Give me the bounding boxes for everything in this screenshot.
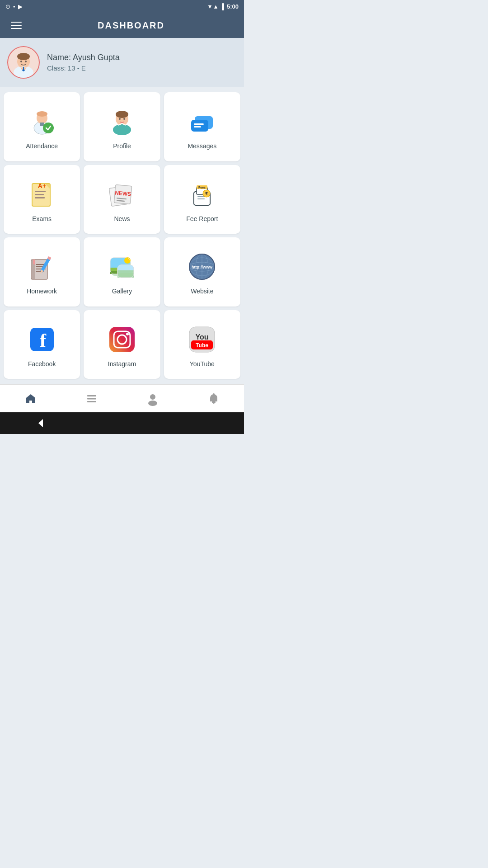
svg-point-4 (20, 61, 22, 62)
user-info-section: Name: Ayush Gupta Class: 13 - E (0, 38, 244, 87)
youtube-icon: You Tube (186, 323, 218, 356)
svg-point-90 (213, 402, 215, 404)
home-button[interactable] (116, 417, 128, 429)
nav-profile[interactable] (122, 385, 183, 412)
hamburger-menu[interactable] (7, 18, 25, 33)
svg-point-88 (148, 401, 157, 406)
svg-rect-25 (35, 191, 46, 192)
grid-item-news[interactable]: NEWS News (84, 165, 160, 234)
recents-button[interactable] (197, 417, 210, 429)
signal-icon: ▴ (214, 3, 217, 10)
svg-rect-22 (194, 126, 201, 127)
svg-point-12 (43, 123, 54, 133)
grid-item-fee-report[interactable]: Fees ₹ Fee Report (164, 165, 240, 234)
svg-rect-26 (35, 194, 44, 195)
nav-notifications[interactable] (183, 385, 244, 412)
play-icon: ▶ (18, 3, 23, 10)
hamburger-line-1 (11, 22, 22, 23)
instagram-label: Instagram (108, 360, 136, 368)
instagram-icon (106, 323, 138, 356)
profile-nav-icon (146, 392, 159, 405)
svg-point-10 (37, 111, 47, 117)
grid-item-website[interactable]: http://www Website (164, 237, 240, 307)
website-label: Website (191, 288, 213, 295)
status-left: ⊙ ▪ ▶ (5, 3, 23, 10)
grid-item-instagram[interactable]: Instagram (84, 310, 160, 379)
grid-item-youtube[interactable]: You Tube YouTube (164, 310, 240, 379)
messages-label: Messages (188, 142, 216, 150)
svg-point-60 (124, 257, 131, 264)
circle-icon: ⊙ (5, 3, 10, 10)
gallery-icon (106, 250, 138, 283)
fee-report-icon: Fees ₹ (186, 178, 218, 211)
facebook-icon: f (26, 323, 58, 356)
svg-text:₹: ₹ (205, 192, 208, 196)
svg-rect-7 (23, 67, 24, 69)
home-icon (24, 392, 37, 405)
svg-rect-20 (191, 120, 208, 132)
svg-text:You: You (196, 333, 209, 341)
svg-rect-39 (197, 198, 205, 199)
messages-icon (186, 105, 218, 138)
svg-rect-86 (87, 401, 96, 402)
svg-rect-85 (87, 398, 96, 399)
svg-marker-92 (38, 419, 43, 427)
user-name: Name: Ayush Gupta (47, 53, 120, 62)
system-nav (0, 412, 244, 434)
grid-item-homework[interactable]: Homework (4, 237, 80, 307)
grid-item-messages[interactable]: Messages (164, 92, 240, 161)
grid-item-attendance[interactable]: Attendance (4, 92, 80, 161)
bottom-nav (0, 384, 244, 412)
gallery-label: Gallery (112, 288, 132, 295)
svg-text:Tube: Tube (196, 342, 208, 349)
back-button[interactable] (34, 417, 47, 429)
svg-point-91 (213, 393, 215, 395)
list-icon (85, 392, 98, 405)
grid-item-exams[interactable]: A+ Exams (4, 165, 80, 234)
dashboard-grid: Attendance Profile (0, 87, 244, 384)
grid-item-profile[interactable]: Profile (84, 92, 160, 161)
svg-point-3 (17, 53, 30, 60)
attendance-icon (26, 105, 58, 138)
user-text: Name: Ayush Gupta Class: 13 - E (47, 53, 120, 72)
status-right: ▾ ▴ ▐ 5:00 (208, 3, 239, 10)
grid-item-gallery[interactable]: Gallery (84, 237, 160, 307)
svg-point-5 (25, 61, 27, 62)
facebook-label: Facebook (28, 360, 56, 368)
svg-rect-65 (117, 273, 134, 278)
svg-text:f: f (40, 330, 47, 351)
hamburger-line-2 (11, 25, 22, 26)
profile-label: Profile (113, 142, 131, 150)
exams-label: Exams (32, 215, 52, 222)
homework-label: Homework (27, 288, 57, 295)
homework-icon (26, 250, 58, 283)
svg-point-15 (116, 111, 128, 118)
sd-card-icon: ▪ (13, 3, 15, 10)
attendance-label: Attendance (26, 142, 58, 150)
svg-point-79 (126, 333, 129, 335)
svg-text:Fees: Fees (198, 186, 206, 189)
battery-icon: ▐ (220, 3, 224, 10)
nav-list[interactable] (61, 385, 122, 412)
svg-rect-21 (194, 123, 204, 125)
svg-text:http://www: http://www (192, 265, 213, 269)
youtube-label: YouTube (190, 360, 215, 368)
grid-item-facebook[interactable]: f Facebook (4, 310, 80, 379)
profile-icon (106, 105, 138, 138)
exams-icon: A+ (26, 178, 58, 211)
news-label: News (114, 215, 130, 222)
svg-rect-27 (35, 197, 45, 198)
nav-home[interactable] (0, 385, 61, 412)
wifi-icon: ▾ (208, 3, 211, 10)
user-class: Class: 13 - E (47, 64, 120, 72)
website-icon: http://www (186, 250, 218, 283)
avatar-svg (10, 49, 37, 76)
svg-rect-76 (109, 327, 135, 352)
news-icon: NEWS (106, 178, 138, 211)
bell-icon (207, 392, 220, 405)
header: DASHBOARD (0, 13, 244, 38)
svg-text:A+: A+ (38, 182, 46, 189)
svg-rect-11 (40, 123, 44, 126)
fee-report-label: Fee Report (186, 215, 218, 222)
avatar (7, 46, 40, 79)
